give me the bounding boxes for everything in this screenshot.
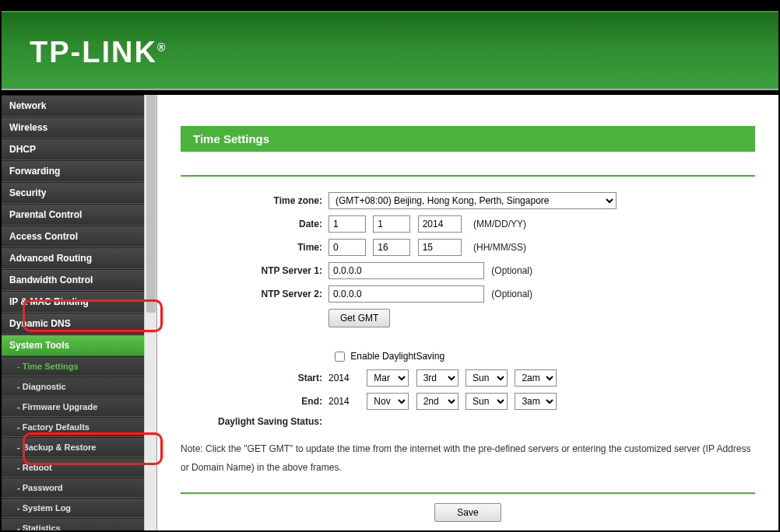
- sidebar-sub-reboot[interactable]: - Reboot: [2, 457, 145, 478]
- date-day-input[interactable]: [373, 215, 410, 233]
- page-title: Time Settings: [181, 126, 755, 152]
- brand-logo: TP-LINK®: [2, 11, 778, 69]
- sidebar-sub-factory-defaults[interactable]: - Factory Defaults: [2, 417, 145, 437]
- scroll-thumb[interactable]: [146, 95, 156, 313]
- dst-end-hour-select[interactable]: 3am: [515, 393, 557, 410]
- date-hint: (MM/DD/YY): [473, 219, 526, 229]
- sidebar-item-parental-control[interactable]: Parental Control: [2, 204, 145, 226]
- save-button[interactable]: Save: [434, 503, 501, 522]
- ntp2-label: NTP Server 2:: [181, 289, 329, 299]
- dst-status-label: Daylight Saving Status:: [181, 416, 329, 427]
- sidebar-sub-backup-restore[interactable]: - Backup & Restore: [2, 437, 145, 457]
- sidebar-sub-system-log[interactable]: - System Log: [2, 498, 145, 518]
- ntp2-input[interactable]: [329, 285, 484, 303]
- dst-end-label: End:: [181, 396, 329, 407]
- time-ss-input[interactable]: [418, 239, 462, 256]
- sidebar-sub-diagnostic[interactable]: - Diagnostic: [2, 376, 145, 397]
- sidebar-item-network[interactable]: Network: [2, 95, 145, 117]
- dst-start-dow-select[interactable]: Sun: [466, 369, 508, 387]
- sidebar-item-system-tools[interactable]: System Tools: [2, 334, 145, 356]
- time-label: Time:: [181, 242, 329, 253]
- ntp1-input[interactable]: [329, 262, 484, 279]
- sidebar-item-bandwidth-control[interactable]: Bandwidth Control: [2, 269, 145, 291]
- divider: [181, 175, 755, 177]
- sidebar-sub-statistics[interactable]: - Statistics: [2, 518, 145, 532]
- dst-end-year: 2014: [329, 396, 360, 407]
- sidebar-item-ip-mac-binding[interactable]: IP & MAC Binding: [2, 291, 145, 313]
- time-hh-input[interactable]: [329, 239, 366, 256]
- ntp2-hint: (Optional): [491, 289, 532, 299]
- sidebar-sub-firmware-upgrade[interactable]: - Firmware Upgrade: [2, 397, 145, 417]
- time-mm-input[interactable]: [373, 239, 410, 256]
- sidebar-sub-password[interactable]: - Password: [2, 478, 145, 498]
- date-year-input[interactable]: [418, 215, 462, 233]
- dst-end-ord-select[interactable]: 2nd: [416, 393, 459, 410]
- sidebar-item-security[interactable]: Security: [2, 182, 145, 204]
- sidebar-sub-time-settings[interactable]: - Time Settings: [2, 356, 145, 376]
- main-content: Time Settings Time zone: (GMT+08:00) Bei…: [157, 95, 778, 530]
- dst-start-year: 2014: [329, 373, 360, 383]
- get-gmt-button[interactable]: Get GMT: [329, 309, 390, 327]
- dst-start-hour-select[interactable]: 2am: [515, 369, 557, 387]
- dst-enable-checkbox[interactable]: [335, 352, 345, 362]
- ntp1-hint: (Optional): [491, 265, 532, 276]
- header-banner: TP-LINK®: [2, 2, 778, 95]
- dst-start-month-select[interactable]: Mar: [367, 369, 409, 387]
- sidebar-item-dhcp[interactable]: DHCP: [2, 138, 145, 160]
- dst-end-dow-select[interactable]: Sun: [466, 393, 508, 410]
- note-text: Note: Click the "GET GMT" to update the …: [181, 439, 755, 477]
- date-month-input[interactable]: [329, 215, 366, 233]
- timezone-label: Time zone:: [181, 195, 329, 206]
- dst-start-ord-select[interactable]: 3rd: [416, 369, 459, 387]
- time-hint: (HH/MM/SS): [473, 242, 526, 253]
- sidebar-item-access-control[interactable]: Access Control: [2, 226, 145, 247]
- timezone-select[interactable]: (GMT+08:00) Beijing, Hong Kong, Perth, S…: [329, 192, 617, 209]
- sidebar-item-forwarding[interactable]: Forwarding: [2, 160, 145, 182]
- date-label: Date:: [181, 219, 329, 229]
- sidebar-item-wireless[interactable]: Wireless: [2, 117, 145, 138]
- sidebar: Network Wireless DHCP Forwarding Securit…: [2, 95, 157, 530]
- sidebar-item-advanced-routing[interactable]: Advanced Routing: [2, 247, 145, 269]
- sidebar-scrollbar[interactable]: [144, 95, 156, 530]
- dst-enable-label: Enable DaylightSaving: [350, 351, 444, 362]
- dst-start-label: Start:: [181, 373, 329, 383]
- sidebar-item-dynamic-dns[interactable]: Dynamic DNS: [2, 313, 145, 334]
- brand-text: TP-LINK: [30, 36, 157, 68]
- ntp1-label: NTP Server 1:: [181, 265, 329, 276]
- divider-bottom: [181, 492, 755, 494]
- dst-end-month-select[interactable]: Nov: [367, 393, 409, 410]
